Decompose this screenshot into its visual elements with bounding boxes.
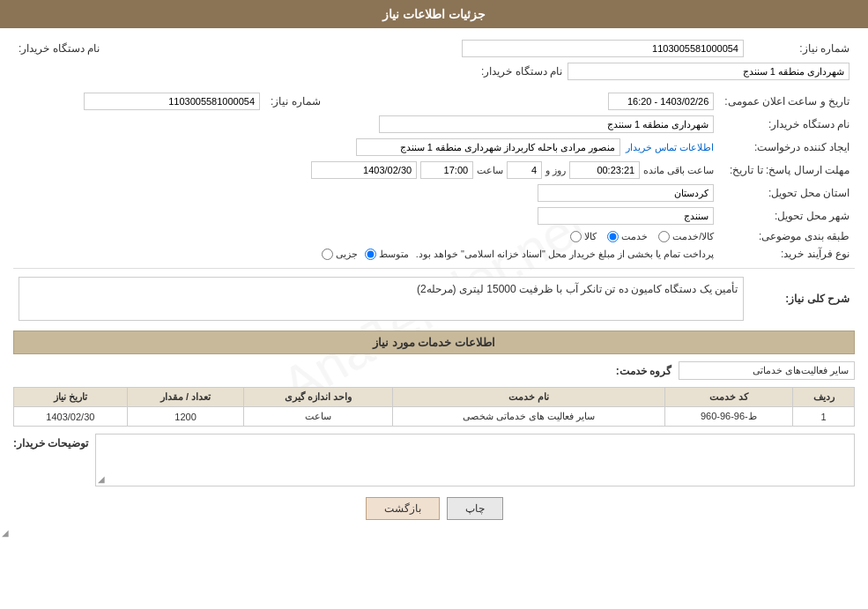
category-khidmat[interactable]: خدمت [607,231,648,242]
purchase-type-label: نوع فرآیند خرید: [719,245,855,263]
col-service-name: نام خدمت [392,388,664,407]
need-desc-label: شرح کلی نیاز: [749,274,855,323]
bottom-buttons: چاپ بازگشت [13,486,855,531]
days-input[interactable] [507,161,542,179]
buyer-notes-section: ◢ توضیحات خریدار: [13,434,855,486]
buyer-org-label-row: نام دستگاه خریدار: [719,113,855,136]
cell-quantity: 1200 [127,407,244,427]
purchase-type-medium[interactable]: متوسط [365,249,409,260]
col-unit: واحد اندازه گیری [244,388,393,407]
services-section: اطلاعات خدمات مورد نیاز سایر فعالیت‌های … [13,330,855,427]
table-row: 1 ط-96-96-960 سایر فعالیت های خدماتی شخص… [14,407,855,427]
announce-value-input[interactable] [608,93,714,110]
contact-link[interactable]: اطلاعات تماس خریدار [626,142,714,153]
need-description-text: تأمین یک دستگاه کامیون ده تن تانکر آب با… [417,283,738,295]
need-number-input-2[interactable] [84,93,260,110]
category-label: طبقه بندی موضوعی: [719,227,855,245]
page-title: جزئیات اطلاعات نیاز [382,7,486,21]
creator-value-input[interactable] [356,138,620,156]
province-input[interactable] [538,184,714,202]
need-number-label-2: شماره نیاز: [265,90,371,113]
resize-icon: ◢ [2,528,9,538]
col-quantity: تعداد / مقدار [127,388,244,407]
cell-date: 1403/02/30 [14,407,128,427]
days-label: روز و [545,165,566,176]
service-group-row: سایر فعالیت‌های خدماتی گروه خدمت: [13,361,855,380]
cell-code: ط-96-96-960 [664,407,792,427]
print-button[interactable]: چاپ [447,497,503,520]
buyer-org-label: نام دستگاه خریدار: [13,37,119,60]
city-input[interactable] [538,207,714,225]
cell-name: سایر فعالیت های خدماتی شخصی [392,407,664,427]
time-label: ساعت [477,165,503,176]
purchase-type-small[interactable]: جزیی [322,249,358,260]
city-label: شهر محل تحویل: [719,204,855,227]
need-number-label: شماره نیاز: [749,37,855,60]
cell-row-num: 1 [793,407,855,427]
cell-unit: ساعت [244,407,393,427]
col-service-code: کد خدمت [664,388,792,407]
category-kala-khidmat[interactable]: کالا/خدمت [658,231,714,242]
group-label: گروه خدمت: [616,365,671,377]
buyer-org-label-right: نام دستگاه خریدار: [481,65,562,78]
need-number-input[interactable] [462,40,744,57]
buyer-org-input[interactable] [568,63,849,80]
page-header: جزئیات اطلاعات نیاز [0,0,868,28]
response-deadline-label: مهلت ارسال پاسخ: تا تاریخ: [719,159,855,182]
response-date-input[interactable] [311,161,417,179]
announce-label: تاریخ و ساعت اعلان عمومی: [719,90,855,113]
category-kala[interactable]: کالا [570,231,597,242]
notes-resize-icon: ◢ [98,474,105,484]
buyer-notes-box: ◢ [95,434,855,486]
buyer-notes-label: توضیحات خریدار: [13,434,88,449]
purchase-note: پرداخت تمام یا بخشی از مبلغ خریدار محل "… [416,249,715,260]
col-date: تاریخ نیاز [14,388,128,407]
group-value: سایر فعالیت‌های خدماتی [679,361,855,380]
buyer-org-value-input[interactable] [379,115,714,133]
services-section-header: اطلاعات خدمات مورد نیاز [13,330,855,354]
response-time-input[interactable] [420,161,473,179]
back-button[interactable]: بازگشت [366,497,440,520]
services-table: ردیف کد خدمت نام خدمت واحد اندازه گیری ت… [13,387,855,427]
remaining-label: ساعت باقی مانده [643,165,714,176]
need-description-box: تأمین یک دستگاه کامیون ده تن تانکر آب با… [19,277,744,321]
remaining-time-input[interactable] [569,161,640,179]
col-row-num: ردیف [793,388,855,407]
province-label: استان محل تحویل: [719,182,855,204]
section-divider-1 [13,268,855,269]
creator-label: ایجاد کننده درخواست: [719,136,855,159]
